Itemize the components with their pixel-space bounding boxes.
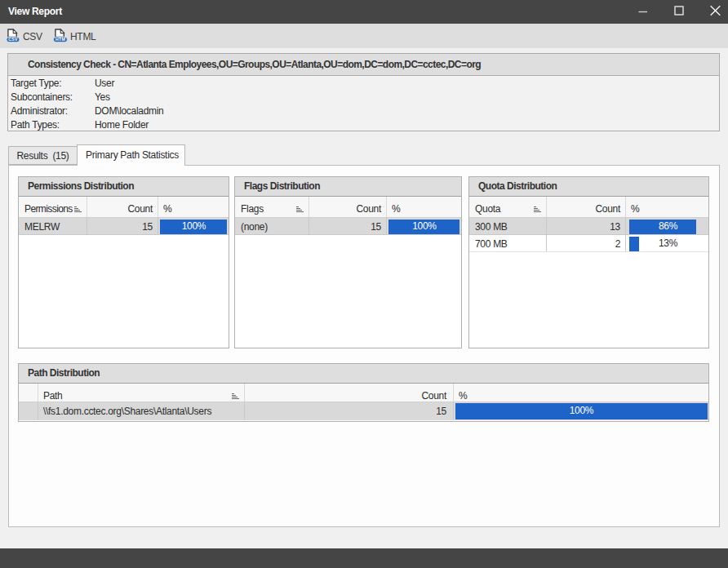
svg-text:HTM: HTM xyxy=(55,37,65,42)
svg-text:CSV: CSV xyxy=(8,37,18,42)
